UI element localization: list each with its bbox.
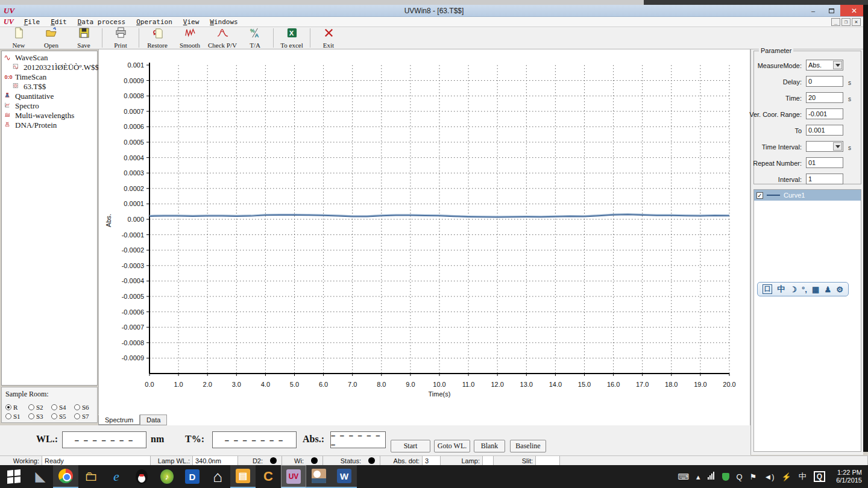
svg-text:4.0: 4.0 bbox=[261, 381, 270, 388]
network-signal-icon[interactable] bbox=[708, 472, 715, 481]
schedule-taskbar-button[interactable]: ▤ bbox=[230, 465, 256, 488]
exit-button[interactable]: Exit bbox=[312, 27, 345, 49]
quantitative-flask-icon bbox=[4, 93, 13, 101]
goto-wl-button[interactable]: Goto WL. bbox=[434, 440, 470, 452]
tree-item-quantitative[interactable]: Quantitative bbox=[2, 92, 97, 101]
sample-room-radio-s2[interactable]: S2 bbox=[28, 402, 48, 411]
tree-item-dna-protein[interactable]: DNA/Protein bbox=[2, 120, 97, 130]
sample-room-radio-s6[interactable]: S6 bbox=[74, 402, 93, 411]
curve-list-item[interactable]: ✓Curve1 bbox=[754, 190, 861, 201]
save-button[interactable]: Save bbox=[68, 27, 100, 49]
restore-button[interactable]: Restore bbox=[141, 27, 174, 49]
menu-edit[interactable]: Edit bbox=[45, 17, 72, 27]
chrome-taskbar-button[interactable] bbox=[53, 465, 78, 488]
taskbar-clock[interactable]: 1:22 PM 6/1/2015 bbox=[832, 469, 862, 484]
t-a-button[interactable]: %AT/A bbox=[239, 27, 271, 49]
svg-text:-0.0008: -0.0008 bbox=[122, 339, 144, 346]
to-excel-button[interactable]: XTo excel bbox=[275, 27, 308, 49]
delay-field[interactable]: 0 bbox=[806, 76, 843, 87]
tab-data[interactable]: Data bbox=[140, 414, 167, 425]
docin-taskbar-button[interactable]: D bbox=[180, 465, 205, 488]
ime-logo-icon[interactable]: 囗 bbox=[763, 284, 772, 294]
ver-coor-range-field[interactable]: -0.001 bbox=[806, 108, 843, 119]
measuremode-field[interactable]: Abs. bbox=[806, 60, 843, 70]
word-taskbar-button[interactable]: W bbox=[332, 465, 357, 488]
wavescan-icon bbox=[4, 54, 13, 62]
chinese-mode-icon[interactable]: 中 bbox=[777, 284, 785, 295]
menu-file[interactable]: File bbox=[19, 17, 46, 27]
power-icon[interactable]: ⚡ bbox=[782, 472, 791, 481]
photo-taskbar-button[interactable] bbox=[306, 465, 332, 488]
new-button[interactable]: New bbox=[2, 27, 35, 49]
start-button[interactable] bbox=[0, 465, 28, 488]
volume-icon[interactable]: ◄) bbox=[764, 472, 774, 481]
ime-language-bar[interactable]: 囗中☽°,▦♟⚙ bbox=[757, 282, 849, 296]
curve-checkbox[interactable]: ✓ bbox=[756, 192, 763, 199]
flag-icon[interactable]: ⚑ bbox=[750, 472, 757, 481]
qq-taskbar-button[interactable] bbox=[129, 465, 154, 488]
mdi-restore-button[interactable]: ❐ bbox=[841, 18, 851, 26]
tree-item-63-t-[interactable]: 63.T$$ bbox=[2, 82, 97, 92]
sample-room-radio-s3[interactable]: S3 bbox=[28, 411, 48, 421]
sample-room-radio-s4[interactable]: S4 bbox=[51, 402, 71, 411]
search-q-icon[interactable]: Q bbox=[814, 471, 825, 482]
moon-icon[interactable]: ☽ bbox=[790, 285, 797, 294]
interval-field[interactable]: 1 bbox=[806, 174, 843, 184]
show-hidden-icons[interactable]: ▴ bbox=[696, 472, 700, 481]
tree-item-multi-wavelengths[interactable]: Multi-wavelengths bbox=[2, 111, 97, 120]
touch-keyboard-icon[interactable]: ⌨ bbox=[678, 472, 689, 481]
home-taskbar-button[interactable]: ⌂ bbox=[205, 465, 230, 488]
security-shield-icon[interactable] bbox=[722, 473, 729, 481]
menu-view[interactable]: View bbox=[178, 17, 205, 27]
abs-label: Abs.: bbox=[303, 434, 324, 445]
punctuation-icon[interactable]: °, bbox=[802, 285, 807, 294]
ime-lang-icon[interactable]: 中 bbox=[799, 471, 807, 482]
time-interval-field[interactable] bbox=[806, 141, 843, 152]
check-p-v-button[interactable]: Check P/V bbox=[206, 27, 239, 49]
sample-room-radio-s1[interactable]: S1 bbox=[5, 411, 25, 421]
presentation-app-icon: ◣ bbox=[36, 469, 46, 484]
minimize-button[interactable]: – bbox=[804, 5, 822, 16]
tree-item-wavescan[interactable]: WaveScan bbox=[2, 53, 97, 63]
excel-icon: X bbox=[286, 27, 298, 41]
tab-spectrum[interactable]: Spectrum bbox=[98, 414, 140, 425]
file-explorer-taskbar-button[interactable]: 🗀 bbox=[78, 465, 104, 488]
repeat-number-field[interactable]: 01 bbox=[806, 157, 843, 168]
dropdown-arrow-icon[interactable] bbox=[833, 61, 842, 69]
coreldraw-taskbar-button[interactable]: C bbox=[256, 465, 281, 488]
blank-button[interactable]: Blank bbox=[474, 440, 505, 452]
open-button[interactable]: Open bbox=[35, 27, 68, 49]
menu-operation[interactable]: Operation bbox=[131, 17, 178, 27]
qq-tray-icon[interactable]: Q bbox=[737, 472, 743, 481]
time-field[interactable]: 20 bbox=[806, 92, 843, 103]
sample-room-radio-s5[interactable]: S5 bbox=[51, 411, 71, 421]
uvwin8-taskbar-button[interactable]: UV bbox=[281, 465, 306, 488]
baseline-button[interactable]: Baseline bbox=[510, 440, 546, 452]
svg-text:8.0: 8.0 bbox=[377, 381, 386, 388]
svg-text:0.0003: 0.0003 bbox=[124, 169, 144, 177]
start-button[interactable]: Start bbox=[391, 440, 430, 452]
smooth-button[interactable]: Smooth bbox=[174, 27, 206, 49]
wrench-icon[interactable]: ⚙ bbox=[836, 285, 843, 294]
user-icon[interactable]: ♟ bbox=[824, 285, 831, 294]
internet-explorer-taskbar-button[interactable]: e bbox=[104, 465, 129, 488]
presentation-app-taskbar-button[interactable]: ◣ bbox=[28, 465, 53, 488]
maximize-button[interactable] bbox=[822, 5, 840, 16]
tree-item-spectro[interactable]: Spectro bbox=[2, 101, 97, 111]
menu-data-process[interactable]: Data process bbox=[72, 17, 131, 27]
dropdown-arrow-icon[interactable] bbox=[833, 142, 842, 151]
sample-room-radio-s7[interactable]: S7 bbox=[74, 411, 93, 421]
method-tree: WaveScan20120321ÌØÈÜÒº.W$$0:0TimeScan63.… bbox=[1, 51, 98, 386]
music-player-taskbar-button[interactable]: ♪ bbox=[154, 465, 180, 488]
print-button[interactable]: Print bbox=[104, 27, 137, 49]
to-field[interactable]: 0.001 bbox=[806, 125, 843, 136]
tree-item-timescan[interactable]: 0:0TimeScan bbox=[2, 72, 97, 82]
menu-windows[interactable]: Windows bbox=[204, 17, 243, 27]
time-unit: s bbox=[848, 96, 851, 102]
ver-coor-range-label: Ver. Coor. Range: bbox=[749, 111, 802, 118]
tree-item-20120321-w-[interactable]: 20120321ÌØÈÜÒº.W$$ bbox=[2, 63, 97, 72]
mdi-close-button[interactable]: ✕ bbox=[852, 18, 861, 26]
mdi-minimize-button[interactable]: _ bbox=[831, 18, 840, 26]
sample-room-radio-r[interactable]: R bbox=[5, 402, 25, 411]
keyboard-icon[interactable]: ▦ bbox=[812, 285, 819, 294]
